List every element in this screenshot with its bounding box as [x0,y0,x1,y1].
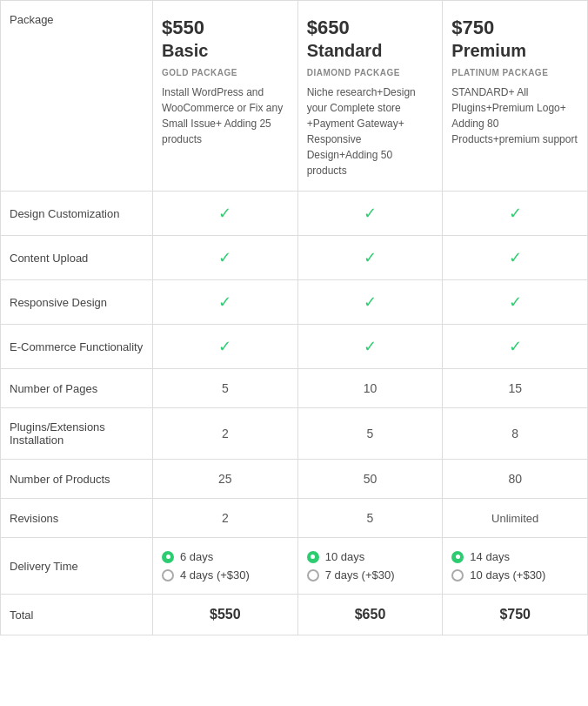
delivery-row: Delivery Time 6 days 4 days (+$30) 10 da… [1,538,587,595]
responsive-design-label: Responsive Design [1,280,153,324]
content-upload-label: Content Upload [1,236,153,279]
responsive-design-row: Responsive Design ✓ ✓ ✓ [1,280,587,325]
radio-filled-icon [307,551,319,563]
total-row: Total $550 $650 $750 [1,595,587,635]
standard-package-col: $650 Standard DIAMOND PACKAGE Niche rese… [298,1,444,191]
package-label: Package [1,1,153,191]
check-icon: ✓ [364,292,377,312]
responsive-premium-check: ✓ [443,280,587,324]
premium-price: $750 [451,17,578,39]
check-icon: ✓ [364,204,377,223]
pages-basic-value: 5 [153,369,298,407]
check-icon: ✓ [509,248,522,267]
total-label: Total [1,595,153,635]
content-basic-check: ✓ [153,236,298,279]
delivery-premium-col: 14 days 10 days (+$30) [443,538,587,594]
revisions-row: Revisions 2 5 Unlimited [1,499,587,538]
products-basic-value: 25 [153,460,298,498]
radio-empty-icon [451,569,464,582]
basic-tier: GOLD PACKAGE [162,68,289,77]
premium-tier: PLATINUM PACKAGE [451,68,578,77]
total-basic-value: $550 [153,595,298,635]
content-standard-check: ✓ [298,236,444,279]
design-customization-label: Design Customization [1,192,153,235]
check-icon: ✓ [218,337,231,356]
products-label: Number of Products [1,460,153,498]
design-premium-check: ✓ [443,192,587,235]
standard-tier: DIAMOND PACKAGE [307,68,434,77]
responsive-standard-check: ✓ [298,280,444,324]
basic-name: Basic [162,41,289,61]
delivery-label: Delivery Time [1,538,153,594]
plugins-label: Plugins/Extensions Installation [1,408,153,459]
basic-package-col: $550 Basic GOLD PACKAGE Install WordPres… [153,1,298,191]
check-icon: ✓ [218,292,231,312]
products-standard-value: 50 [298,460,444,498]
delivery-basic-col: 6 days 4 days (+$30) [153,538,298,594]
ecommerce-row: E-Commerce Functionality ✓ ✓ ✓ [1,325,587,369]
total-standard-value: $650 [298,595,444,635]
plugins-premium-value: 8 [443,408,587,459]
package-header-row: Package $550 Basic GOLD PACKAGE Install … [1,1,587,192]
delivery-standard-col: 10 days 7 days (+$30) [298,538,444,594]
revisions-label: Revisions [1,499,153,537]
ecommerce-basic-check: ✓ [153,325,298,368]
ecommerce-label: E-Commerce Functionality [1,325,153,368]
delivery-standard-main[interactable]: 10 days [307,550,365,563]
basic-description: Install WordPress and WooCommerce or Fix… [162,84,289,147]
delivery-premium-main[interactable]: 14 days [451,550,510,563]
standard-name: Standard [307,41,434,61]
design-basic-check: ✓ [153,192,298,235]
check-icon: ✓ [509,204,522,223]
content-upload-row: Content Upload ✓ ✓ ✓ [1,236,587,280]
content-premium-check: ✓ [443,236,587,279]
delivery-premium-alt[interactable]: 10 days (+$30) [451,568,545,582]
plugins-row: Plugins/Extensions Installation 2 5 8 [1,408,587,460]
design-customization-row: Design Customization ✓ ✓ ✓ [1,192,587,236]
check-icon: ✓ [509,292,522,312]
pages-standard-value: 10 [298,369,444,407]
radio-filled-icon [451,551,464,563]
pricing-table: Package $550 Basic GOLD PACKAGE Install … [0,0,588,635]
premium-description: STANDARD+ All Plugins+Premium Logo+ Addi… [451,84,578,147]
standard-description: Niche research+Design your Complete stor… [307,84,434,178]
plugins-standard-value: 5 [298,408,444,459]
plugins-basic-value: 2 [153,408,298,459]
check-icon: ✓ [218,248,231,267]
revisions-standard-value: 5 [298,499,444,537]
radio-empty-icon [307,569,319,582]
check-icon: ✓ [509,337,522,356]
premium-package-col: $750 Premium PLATINUM PACKAGE STANDARD+ … [443,1,587,191]
delivery-basic-main[interactable]: 6 days [162,550,213,563]
responsive-basic-check: ✓ [153,280,298,324]
revisions-basic-value: 2 [153,499,298,537]
check-icon: ✓ [364,248,377,267]
design-standard-check: ✓ [298,192,444,235]
standard-price: $650 [307,17,434,39]
products-premium-value: 80 [443,460,587,498]
premium-name: Premium [451,41,578,61]
check-icon: ✓ [218,204,231,223]
delivery-basic-alt[interactable]: 4 days (+$30) [162,568,250,582]
basic-price: $550 [162,17,289,39]
total-premium-value: $750 [443,595,587,635]
delivery-standard-alt[interactable]: 7 days (+$30) [307,568,395,582]
ecommerce-premium-check: ✓ [443,325,587,368]
check-icon: ✓ [364,337,377,356]
products-row: Number of Products 25 50 80 [1,460,587,499]
radio-filled-icon [162,551,174,563]
pages-premium-value: 15 [443,369,587,407]
pages-label: Number of Pages [1,369,153,407]
pages-row: Number of Pages 5 10 15 [1,369,587,408]
radio-empty-icon [162,569,174,582]
revisions-premium-value: Unlimited [443,499,587,537]
ecommerce-standard-check: ✓ [298,325,444,368]
